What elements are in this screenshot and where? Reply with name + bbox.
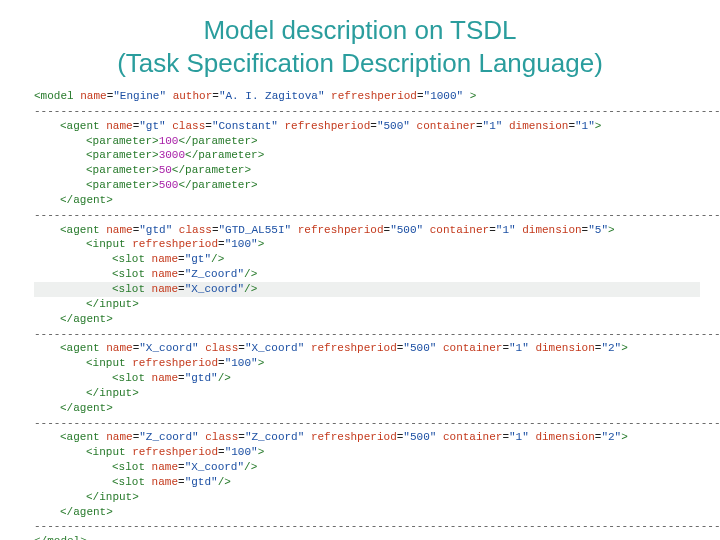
code-line: </agent> xyxy=(34,505,700,520)
separator-line: ----------------------------------------… xyxy=(34,104,700,119)
code-line: </model> xyxy=(34,534,700,540)
code-line: <slot name="gtd"/> xyxy=(34,371,700,386)
code-line: <agent name="gt" class="Constant" refres… xyxy=(34,119,700,134)
code-line: <input refreshperiod="100"> xyxy=(34,237,700,252)
code-line: <input refreshperiod="100"> xyxy=(34,356,700,371)
code-line: <agent name="X_coord" class="X_coord" re… xyxy=(34,341,700,356)
code-line: <slot name="Z_coord"/> xyxy=(34,267,700,282)
separator-line: ----------------------------------------… xyxy=(34,327,700,342)
code-line: <model name="Engine" author="A. I. Zagit… xyxy=(34,89,700,104)
code-line: </agent> xyxy=(34,401,700,416)
code-line: </input> xyxy=(34,297,700,312)
code-line: <input refreshperiod="100"> xyxy=(34,445,700,460)
title-line-2: (Task Specification Description Language… xyxy=(117,48,603,78)
code-line: <parameter>3000</parameter> xyxy=(34,148,700,163)
code-line: <agent name="gtd" class="GTD_AL55I" refr… xyxy=(34,223,700,238)
tsdl-code-block: <model name="Engine" author="A. I. Zagit… xyxy=(0,89,720,540)
code-line: </input> xyxy=(34,386,700,401)
code-line: <slot name="X_coord"/> xyxy=(34,460,700,475)
separator-line: ----------------------------------------… xyxy=(34,416,700,431)
code-line: <slot name="X_coord"/> xyxy=(34,282,700,297)
code-line: <parameter>50</parameter> xyxy=(34,163,700,178)
title-line-1: Model description on TSDL xyxy=(203,15,516,45)
code-line: <slot name="gt"/> xyxy=(34,252,700,267)
code-line: </agent> xyxy=(34,312,700,327)
code-line: </input> xyxy=(34,490,700,505)
page-title: Model description on TSDL (Task Specific… xyxy=(0,0,720,89)
code-line: <agent name="Z_coord" class="Z_coord" re… xyxy=(34,430,700,445)
code-line: </agent> xyxy=(34,193,700,208)
code-line: <parameter>500</parameter> xyxy=(34,178,700,193)
separator-line: ----------------------------------------… xyxy=(34,208,700,223)
separator-line: ----------------------------------------… xyxy=(34,519,700,534)
code-line: <slot name="gtd"/> xyxy=(34,475,700,490)
code-line: <parameter>100</parameter> xyxy=(34,134,700,149)
